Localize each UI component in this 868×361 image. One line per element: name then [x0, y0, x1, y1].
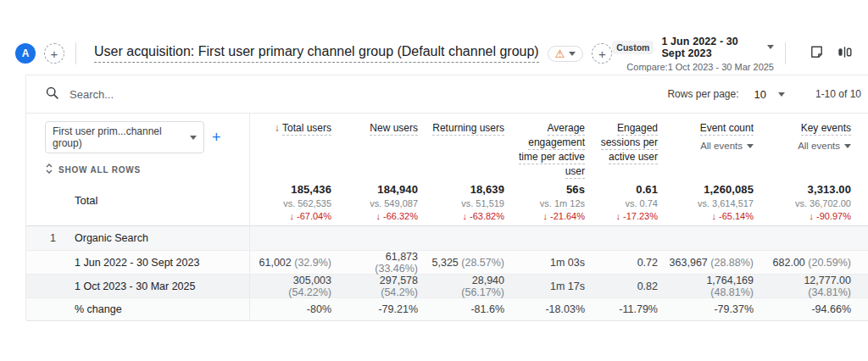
cell-value: -80% [307, 303, 331, 315]
column-header[interactable]: New users [342, 114, 428, 175]
total-change: ↓ -90.97% [764, 211, 851, 221]
avatar-letter: A [22, 47, 30, 59]
rows-per-page-label: Rows per page: [667, 88, 738, 100]
decrease-arrow-icon: ↓ [615, 211, 620, 221]
total-metric-cell: 184,940vs. 549,087↓ -66.32% [342, 175, 428, 225]
total-metric-cell: 56svs. 1m 12s↓ -21.64% [515, 175, 595, 225]
column-header[interactable]: Returning users [428, 114, 515, 175]
cell-value: -94.66% [811, 303, 851, 315]
rows-per-page-select[interactable]: 10 [754, 88, 765, 101]
total-vs-value: vs. 1m 12s [515, 198, 585, 208]
cell-value: 5,325 [432, 257, 459, 269]
table-row: 1 Oct 2023 - 30 Mar 2025305,003 (54.22%)… [26, 274, 868, 297]
caret-down-icon [844, 144, 851, 148]
edit-comparisons-button[interactable] [837, 44, 853, 64]
cell-value: 0.72 [637, 257, 658, 269]
dimension-selector-dropdown[interactable]: First user prim...channel group) [45, 121, 204, 153]
cell-percent: (32.9%) [292, 257, 331, 269]
total-value: 1,260,085 [668, 183, 754, 196]
data-quality-warning-button[interactable]: ⚠ [548, 46, 584, 62]
total-metric-cell: 3,313.00vs. 36,702.00↓ -90.97% [764, 175, 861, 225]
metric-cell: 5,325 (28.57%) [428, 257, 515, 269]
decrease-arrow-icon: ↓ [711, 211, 716, 221]
table-row: 1Organic Search [26, 226, 868, 250]
add-dimension-button[interactable]: + [212, 130, 221, 145]
column-header[interactable]: Event countAll events [668, 114, 764, 175]
decrease-arrow-icon: ↓ [542, 211, 548, 221]
show-all-rows-button[interactable]: SHOW ALL ROWS [45, 163, 249, 176]
report-header-bar: A + User acquisition: First user primary… [0, 32, 868, 75]
avatar[interactable]: A [15, 43, 36, 64]
column-header[interactable]: Key eventsAll events [764, 114, 861, 175]
column-header-text: Average engagement time per active user [515, 121, 585, 179]
caret-down-icon [190, 136, 197, 140]
insights-note-button[interactable] [809, 44, 825, 64]
row-label: Organic Search [26, 232, 148, 244]
caret-down-icon[interactable] [778, 92, 785, 97]
caret-down-icon [747, 144, 754, 148]
page-title[interactable]: User acquisition: First user primary cha… [94, 44, 539, 63]
metric-cell: -81.6% [428, 303, 515, 315]
total-vs-value: vs. 0.74 [595, 198, 658, 208]
cell-value: 1,764,169 [706, 275, 754, 286]
metric-cell: 297,578 (54.2%) [342, 275, 428, 298]
metric-filter-dropdown[interactable]: All events [764, 139, 851, 153]
cell-value: 1m 17s [550, 280, 585, 292]
date-range-type-badge: Custom [612, 41, 654, 54]
column-header[interactable]: Engaged sessions per active user [595, 114, 668, 175]
cell-value: 682.00 [773, 257, 805, 269]
column-header-text: Returning users [428, 121, 504, 136]
total-value: 56s [515, 183, 585, 196]
decrease-arrow-icon: ↓ [376, 211, 381, 221]
total-metric-cell: 1,260,085vs. 3,614,517↓ -65.14% [668, 175, 764, 225]
header-divider [785, 42, 786, 64]
metric-cell: 28,940 (56.17%) [428, 275, 515, 298]
column-header-text: New users [342, 121, 418, 136]
metric-cell: -18.03% [515, 303, 595, 315]
cell-value: -11.79% [619, 303, 658, 315]
date-range-primary-line[interactable]: Custom 1 Jun 2022 - 30 Sept 2023 [612, 36, 774, 59]
metric-filter-dropdown[interactable]: All events [668, 139, 754, 153]
column-header[interactable]: ↓ Total users [249, 114, 342, 175]
cell-percent: (54.2%) [381, 286, 418, 298]
warning-icon: ⚠ [555, 48, 565, 59]
date-range-compare: Compare:1 Oct 2023 - 30 Mar 2025 [626, 62, 774, 72]
cell-value: 1m 03s [550, 257, 585, 269]
column-label: Average engagement time per active user [519, 122, 585, 179]
metric-cell: 305,003 (54.22%) [249, 275, 342, 298]
decrease-arrow-icon: ↓ [809, 211, 814, 221]
column-label: Engaged sessions per active user [601, 122, 658, 164]
date-range-primary: 1 Jun 2022 - 30 Sept 2023 [661, 36, 760, 59]
metric-cell: -79.21% [342, 303, 428, 315]
total-vs-value: vs. 36,702.00 [764, 198, 851, 208]
row-label: 1 Oct 2023 - 30 Mar 2025 [26, 280, 195, 292]
cell-value: -79.21% [378, 303, 418, 315]
cell-value: 12,777.00 [804, 275, 851, 286]
metric-cell: -11.79% [595, 303, 668, 315]
note-icon [809, 44, 825, 64]
date-range-selector[interactable]: Custom 1 Jun 2022 - 30 Sept 2023 Compare… [612, 36, 774, 72]
row-label: 1 Jun 2022 - 30 Sept 2023 [26, 257, 199, 269]
total-metrics: 185,436vs. 562,535↓ -67.04%184,940vs. 54… [249, 175, 861, 225]
table-row: % change-80%-79.21%-81.6%-18.03%-11.79%-… [26, 297, 868, 321]
report-table-panel: Rows per page: 10 1-10 of 10 First user … [25, 75, 868, 320]
metric-cell: 61,873 (33.46%) [342, 251, 428, 275]
cell-percent: (34.81%) [808, 286, 851, 298]
total-change: ↓ -65.14% [668, 211, 754, 221]
column-header[interactable]: Average engagement time per active user [515, 114, 595, 175]
cell-percent: (28.57%) [459, 257, 504, 269]
cell-percent: (48.81%) [710, 286, 754, 298]
add-report-tab-button[interactable]: + [44, 43, 64, 64]
add-metric-button[interactable]: + [592, 43, 612, 64]
metric-filter-label: All events [798, 139, 840, 153]
cell-value: -79.37% [714, 303, 754, 315]
table-toolbar: Rows per page: 10 1-10 of 10 [26, 75, 868, 114]
cell-value: 297,578 [380, 275, 418, 286]
total-row: Total 185,436vs. 562,535↓ -67.04%184,940… [26, 175, 868, 226]
caret-down-icon [767, 45, 774, 49]
total-metric-cell: 185,436vs. 562,535↓ -67.04% [249, 175, 342, 225]
total-value: 185,436 [249, 183, 331, 196]
column-label: Event count [700, 122, 754, 136]
metric-cell: 1m 17s [515, 280, 595, 292]
search-input[interactable] [70, 88, 324, 101]
